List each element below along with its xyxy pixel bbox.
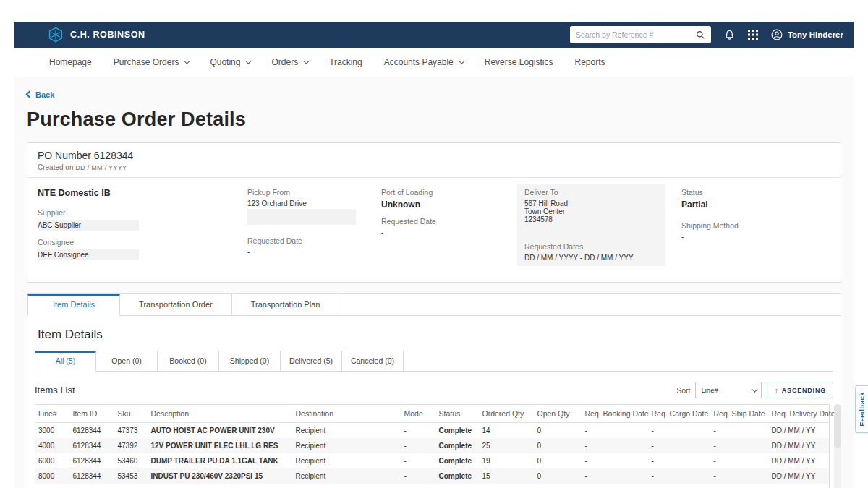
items-list-title: Items List bbox=[35, 385, 75, 395]
deliver-requested-dates-value: DD / MM / YYYY - DD / MM / YYY bbox=[524, 254, 658, 262]
cell-ordered-qty: 25 bbox=[480, 438, 535, 453]
chevron-down-icon bbox=[246, 58, 252, 64]
tabs-row: Item Details Transportation Order Transp… bbox=[27, 294, 841, 316]
cell-description: INDUST PU 230/460V 2320PSI 15 bbox=[148, 468, 293, 484]
po-col-status: Status Partial Shipping Method - bbox=[665, 188, 830, 266]
cell-ordered-qty: 18 bbox=[480, 484, 535, 488]
user-avatar-icon bbox=[771, 29, 783, 40]
table-row[interactable]: 4000 6128344 47392 12V POWER UNIT ELEC L… bbox=[35, 438, 830, 453]
details-tabs-card: Item Details Transportation Order Transp… bbox=[27, 293, 841, 488]
vertical-scrollbar[interactable] bbox=[834, 404, 841, 488]
col-header-ordered-qty[interactable]: Ordered Qty bbox=[480, 405, 535, 423]
pickup-from-value: 123 Orchard Drive bbox=[247, 200, 381, 207]
table-row[interactable]: 6000 6128344 53460 DUMP TRAILER PU DA 1.… bbox=[35, 453, 830, 468]
search-input[interactable] bbox=[576, 30, 696, 39]
pickup-requested-date-value: - bbox=[247, 248, 381, 256]
search-box[interactable] bbox=[570, 26, 711, 43]
cell-sku: 47373 bbox=[115, 423, 148, 439]
cell-req-booking-date: - bbox=[582, 438, 649, 453]
supplier-value: ABC Supplier bbox=[38, 220, 139, 231]
status-filter-tabs: All (5) Open (0) Booked (0) Shipped (0) … bbox=[35, 351, 833, 372]
col-header-status[interactable]: Status bbox=[436, 405, 480, 423]
apps-menu-button[interactable] bbox=[748, 30, 758, 40]
cell-ordered-qty: 15 bbox=[480, 468, 535, 484]
table-row[interactable]: 8000 6128344 53453 INDUST PU 230/460V 23… bbox=[35, 468, 830, 484]
subtab-shipped[interactable]: Shipped (0) bbox=[219, 351, 281, 371]
feedback-label: Feedback bbox=[858, 392, 866, 427]
deliver-to-line1: 567 Hill Road bbox=[524, 200, 658, 207]
tab-item-details[interactable]: Item Details bbox=[27, 294, 120, 316]
subtab-booked[interactable]: Booked (0) bbox=[158, 351, 219, 371]
nav-item-quoting[interactable]: Quoting bbox=[210, 57, 250, 67]
nav-item-reports[interactable]: Reports bbox=[575, 57, 605, 67]
back-link[interactable]: Back bbox=[27, 90, 54, 99]
col-header-req-booking-date[interactable]: Req. Booking Date bbox=[582, 405, 649, 423]
col-header-req-delivery-date[interactable]: Req. Delivery Date bbox=[769, 405, 830, 423]
ascending-sort-button[interactable]: ↑ ASCENDING bbox=[767, 382, 833, 398]
sort-select-value: Line# bbox=[701, 386, 718, 394]
col-header-req-cargo-date[interactable]: Req. Cargo Date bbox=[649, 405, 711, 423]
nav-item-homepage[interactable]: Homepage bbox=[49, 57, 92, 67]
col-header-sku[interactable]: Sku bbox=[115, 405, 148, 423]
nav-item-purchase-orders[interactable]: Purchase Orders bbox=[114, 57, 189, 67]
chevron-down-icon bbox=[303, 58, 309, 64]
port-requested-date-label: Requested Date bbox=[381, 217, 517, 226]
col-header-open-qty[interactable]: Open Qty bbox=[535, 405, 582, 423]
col-header-mode[interactable]: Mode bbox=[401, 405, 436, 423]
cell-req-delivery-date: DD / MM / YY bbox=[769, 468, 830, 484]
feedback-button[interactable]: Feedback bbox=[855, 385, 868, 433]
po-col-pickup: Pickup From 123 Orchard Drive Requested … bbox=[247, 188, 381, 266]
cell-line: 8000 bbox=[35, 468, 70, 484]
cell-req-cargo-date: - bbox=[649, 453, 711, 468]
po-col-port: Port of Loading Unknown Requested Date - bbox=[381, 188, 517, 266]
col-header-item-id[interactable]: Item ID bbox=[70, 405, 115, 423]
subtab-canceled[interactable]: Canceled (0) bbox=[342, 351, 404, 371]
nav-item-tracking[interactable]: Tracking bbox=[329, 57, 362, 67]
cell-description: BI-ROTATIONAL PUMP/MOTOR bbox=[148, 484, 293, 488]
deliver-to-label: Deliver To bbox=[524, 188, 658, 197]
notifications-button[interactable] bbox=[724, 30, 735, 40]
cell-req-delivery-date: DD / MM / YY bbox=[769, 423, 830, 439]
bell-icon bbox=[724, 30, 735, 40]
arrow-up-icon: ↑ bbox=[774, 386, 778, 395]
col-header-destination[interactable]: Destination bbox=[293, 405, 401, 423]
order-type: NTE Domestic IB bbox=[38, 188, 247, 198]
cell-description: 12V POWER UNIT ELEC LHL LG RES bbox=[148, 438, 293, 453]
nav-item-accounts-payable[interactable]: Accounts Payable bbox=[384, 57, 463, 67]
cell-sku: 47392 bbox=[115, 438, 148, 453]
cell-status: Complete bbox=[436, 438, 480, 453]
nav-item-orders[interactable]: Orders bbox=[271, 57, 307, 67]
cell-open-qty: 0 bbox=[535, 484, 582, 488]
col-header-line[interactable]: Line# bbox=[35, 405, 70, 423]
brand[interactable]: C.H. ROBINSON bbox=[48, 27, 145, 43]
items-table: Line# Item ID Sku Description Destinatio… bbox=[35, 404, 830, 488]
subtab-delivered[interactable]: Delivered (5) bbox=[281, 351, 342, 371]
sort-select[interactable]: Line# bbox=[695, 382, 762, 398]
nav-item-reverse-logistics[interactable]: Reverse Logistics bbox=[485, 57, 553, 67]
chevron-down-icon bbox=[184, 58, 190, 64]
cell-req-booking-date: - bbox=[582, 423, 649, 439]
subtab-open[interactable]: Open (0) bbox=[96, 351, 158, 371]
cell-req-ship-date: - bbox=[711, 423, 769, 439]
grid-icon bbox=[748, 30, 758, 40]
cell-item-id: 6128344 bbox=[70, 484, 115, 488]
search-icon[interactable] bbox=[696, 30, 705, 40]
user-menu[interactable]: Tony Hinderer bbox=[771, 29, 843, 40]
cell-mode: - bbox=[401, 484, 436, 488]
cell-open-qty: 0 bbox=[535, 438, 582, 453]
table-row[interactable]: 3000 6128344 47373 AUTO HOIST AC POWER U… bbox=[35, 423, 830, 439]
consignee-value: DEF Consignee bbox=[38, 249, 139, 260]
tab-transportation-plan[interactable]: Transportation Plan bbox=[232, 294, 340, 315]
col-header-description[interactable]: Description bbox=[148, 405, 293, 423]
cell-open-qty: 0 bbox=[535, 453, 582, 468]
cell-status: Complete bbox=[436, 423, 480, 439]
cell-item-id: 6128344 bbox=[70, 438, 115, 453]
col-header-req-ship-date[interactable]: Req. Ship Date bbox=[711, 405, 769, 423]
cell-mode: - bbox=[401, 438, 436, 453]
subtab-all[interactable]: All (5) bbox=[35, 351, 96, 372]
po-number: PO Number 6128344 bbox=[38, 150, 830, 161]
cell-destination: Recipient bbox=[293, 453, 401, 468]
tab-transportation-order[interactable]: Transportation Order bbox=[120, 294, 232, 315]
po-created: Created on DD / MM / YYYY bbox=[38, 163, 830, 171]
table-row[interactable]: 10000 6128344 47349 BI-ROTATIONAL PUMP/M… bbox=[35, 484, 830, 488]
